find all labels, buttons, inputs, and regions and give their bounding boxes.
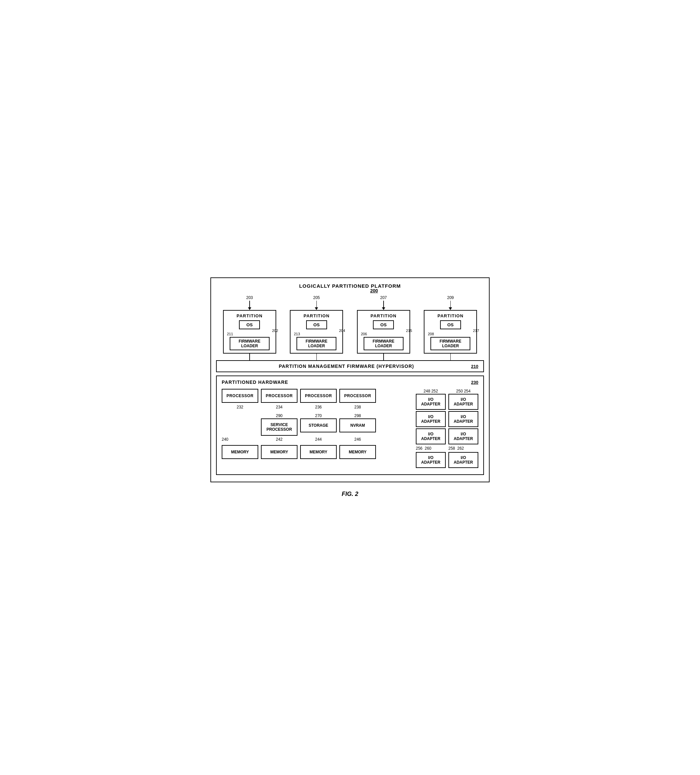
hypervisor-title: PARTITION MANAGEMENT FIRMWARE (HYPERVISO… <box>222 364 471 369</box>
proc-num-238: 238 <box>339 405 376 409</box>
ref-250: 250 <box>456 389 463 394</box>
io-right-area: 248 252 250 254 I/OADAPTER I/OADAPTER I/… <box>416 389 478 469</box>
io-adapter-258: I/OADAPTER <box>448 428 478 444</box>
memory-246: MEMORY <box>339 445 376 459</box>
io-adapter-256: I/OADAPTER <box>416 428 446 444</box>
partition-2: 205 PARTITION OS 213 204 FIRMWARELOADER <box>290 295 343 354</box>
os-box-2: OS <box>306 320 327 329</box>
io-adapter-bottom1: I/OADAPTER <box>416 452 446 468</box>
hypervisor-box: PARTITION MANAGEMENT FIRMWARE (HYPERVISO… <box>216 360 484 372</box>
io-pair-top: I/OADAPTER I/OADAPTER <box>416 394 478 410</box>
io-adapter-bottom2: I/OADAPTER <box>448 452 478 468</box>
connector-3 <box>383 354 384 360</box>
ref-256: 256 <box>416 446 423 451</box>
ref-211: 211 <box>227 332 233 336</box>
spacer-left <box>222 413 258 418</box>
hw-ref: 230 <box>471 380 478 385</box>
proc-num-236: 236 <box>300 405 337 409</box>
partition-title-3: PARTITION <box>361 313 406 318</box>
sp-label-above-290: 290 <box>261 413 297 418</box>
partition-box-3: PARTITION OS 206 215 FIRMWARELOADER <box>357 310 410 354</box>
ref-240-label: 240 <box>222 437 258 442</box>
fig-label: FIG. 2 <box>211 491 489 497</box>
partition-box-1: PARTITION OS 211 202 FIRMWARELOADER <box>223 310 276 354</box>
ref-252: 252 <box>431 389 438 394</box>
partition-title-4: PARTITION <box>428 313 473 318</box>
partition-3: 207 200 PARTITION OS 206 215 <box>357 295 410 354</box>
ref-215: 215 <box>406 329 412 333</box>
firmware-loader-4: FIRMWARELOADER <box>430 337 470 350</box>
io-ref-248-252: 248 252 <box>416 389 446 394</box>
io-adapter-250: I/OADAPTER <box>448 394 478 410</box>
ref-203: 203 <box>246 295 253 300</box>
nvram-box: NVRAM <box>339 418 376 432</box>
processor-238: PROCESSOR <box>339 389 376 403</box>
memory-row: MEMORY MEMORY MEMORY MEMORY <box>222 445 413 459</box>
connector-2 <box>317 354 317 360</box>
firmware-loader-2: FIRMWARELOADER <box>297 337 337 350</box>
mid-refs-below: 240 242 244 246 <box>222 437 413 442</box>
partition-4: 209 PARTITION OS 208 217 FIRMWARELOADER <box>424 295 477 354</box>
ref-217: 217 <box>473 329 479 333</box>
middle-row: SERVICEPROCESSOR STORAGE NVRAM <box>222 418 413 436</box>
ref-209: 209 <box>447 295 454 300</box>
connector-1 <box>249 354 250 360</box>
hypervisor-ref: 210 <box>471 364 478 369</box>
storage-label-above-270: 270 <box>300 413 337 418</box>
partitioned-hw-box: PARTITIONED HARDWARE 230 PROCESSOR PROCE… <box>216 376 484 475</box>
processor-234: PROCESSOR <box>261 389 297 403</box>
middle-labels-above: 290 270 298 <box>222 413 413 418</box>
ref-244-label: 244 <box>300 437 337 442</box>
ref-204: 204 <box>339 329 345 333</box>
storage-box: STORAGE <box>300 418 337 432</box>
processor-row: PROCESSOR PROCESSOR PROCESSOR PROCESSOR <box>222 389 413 403</box>
io-ref-250-254: 250 254 <box>448 389 478 394</box>
outer-box: LOGICALLY PARTITIONED PLATFORM 203 PARTI… <box>211 278 489 482</box>
partitions-area: 203 PARTITION OS 211 202 FIRMWARELOADER <box>216 295 484 354</box>
ref-208: 208 <box>428 332 434 336</box>
ref-206: 206 <box>361 332 367 336</box>
firmware-loader-3: FIRMWARELOADER <box>363 337 403 350</box>
io-refs-256-260: 256 260 <box>416 446 446 451</box>
ref-200: 200 <box>370 288 378 293</box>
proc-num-232: 232 <box>222 405 258 409</box>
ref-258: 258 <box>448 446 455 451</box>
outer-title: LOGICALLY PARTITIONED PLATFORM <box>216 281 484 289</box>
ref-254: 254 <box>464 389 471 394</box>
processor-232: PROCESSOR <box>222 389 258 403</box>
io-refs-258-262: 258 262 <box>448 446 478 451</box>
io-mid-refs-below: 256 260 258 262 <box>416 446 478 451</box>
hw-main-content: PROCESSOR PROCESSOR PROCESSOR PROCESSOR … <box>222 389 478 469</box>
partition-box-2: PARTITION OS 213 204 FIRMWARELOADER <box>290 310 343 354</box>
io-adapter-mid2: I/OADAPTER <box>448 411 478 427</box>
os-box-3: OS <box>373 320 394 329</box>
ref-242-label: 242 <box>261 437 297 442</box>
memory-242: MEMORY <box>261 445 297 459</box>
io-top-refs-above: 248 252 250 254 <box>416 389 478 394</box>
io-pair-2: I/OADAPTER I/OADAPTER <box>416 411 478 427</box>
ref-213: 213 <box>294 332 300 336</box>
ref-248: 248 <box>423 389 430 394</box>
partition-box-4: PARTITION OS 208 217 FIRMWARELOADER <box>424 310 477 354</box>
proc-num-234: 234 <box>261 405 297 409</box>
firmware-loader-1: FIRMWARELOADER <box>230 337 270 350</box>
ref-205: 205 <box>313 295 320 300</box>
hw-title: PARTITIONED HARDWARE <box>222 379 288 385</box>
ref-262: 262 <box>457 446 464 451</box>
memory-240: MEMORY <box>222 445 258 459</box>
io-pair-3: I/OADAPTER I/OADAPTER <box>416 428 478 444</box>
io-adapter-mid1: I/OADAPTER <box>416 411 446 427</box>
io-pair-bottom: I/OADAPTER I/OADAPTER <box>416 452 478 468</box>
nvram-label-above-298: 298 <box>339 413 376 418</box>
ref-202: 202 <box>272 329 278 333</box>
page-container: LOGICALLY PARTITIONED PLATFORM 203 PARTI… <box>201 268 499 507</box>
partition-title-1: PARTITION <box>227 313 272 318</box>
connector-4 <box>450 354 451 360</box>
partition-title-2: PARTITION <box>294 313 339 318</box>
ref-207: 207 <box>380 295 387 300</box>
os-box-4: OS <box>440 320 461 329</box>
partition-1: 203 PARTITION OS 211 202 FIRMWARELOADER <box>223 295 276 354</box>
service-processor-box: SERVICEPROCESSOR <box>261 418 297 436</box>
processor-236: PROCESSOR <box>300 389 337 403</box>
io-adapter-248: I/OADAPTER <box>416 394 446 410</box>
